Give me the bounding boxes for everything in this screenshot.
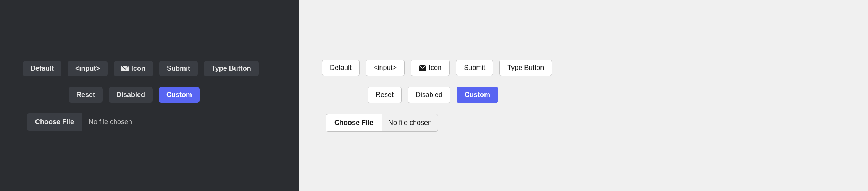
dark-reset-button[interactable]: Reset — [69, 87, 103, 103]
dark-type-button[interactable]: Type Button — [204, 61, 259, 76]
dark-disabled-button: Disabled — [109, 87, 153, 103]
light-row-1: Default <input> Icon Submit Type Button — [322, 60, 552, 76]
light-type-button[interactable]: Type Button — [499, 60, 552, 76]
dark-choose-file-button[interactable]: Choose File — [27, 113, 82, 131]
dark-custom-button[interactable]: Custom — [159, 87, 200, 103]
dark-icon-button-label: Icon — [131, 65, 145, 73]
dark-icon-button[interactable]: Icon — [114, 61, 153, 76]
dark-row-2: Reset Disabled Custom — [23, 87, 200, 103]
mail-icon-light — [419, 65, 426, 71]
light-row-2: Reset Disabled Custom — [322, 87, 498, 103]
light-default-button[interactable]: Default — [322, 60, 360, 76]
light-file-input-area: Choose File No file chosen — [322, 114, 438, 132]
light-choose-file-button[interactable]: Choose File — [326, 114, 382, 132]
dark-default-button[interactable]: Default — [23, 61, 61, 76]
light-submit-button[interactable]: Submit — [456, 60, 493, 76]
dark-submit-button[interactable]: Submit — [159, 61, 198, 76]
dark-no-file-label: No file chosen — [82, 113, 138, 131]
light-no-file-label: No file chosen — [382, 114, 438, 132]
light-icon-button[interactable]: Icon — [411, 60, 450, 76]
light-custom-button[interactable]: Custom — [457, 87, 498, 103]
dark-file-input-area: Choose File No file chosen — [23, 113, 138, 131]
light-panel: Default <input> Icon Submit Type Button … — [299, 0, 868, 191]
light-input-button[interactable]: <input> — [366, 60, 405, 76]
dark-row-1: Default <input> Icon Submit Type Button — [23, 61, 259, 76]
dark-panel: Default <input> Icon Submit Type Button … — [0, 0, 299, 191]
mail-icon — [121, 66, 129, 71]
light-reset-button[interactable]: Reset — [368, 87, 402, 103]
light-disabled-button: Disabled — [408, 87, 450, 103]
light-icon-button-label: Icon — [429, 64, 442, 72]
dark-input-button[interactable]: <input> — [68, 61, 108, 76]
